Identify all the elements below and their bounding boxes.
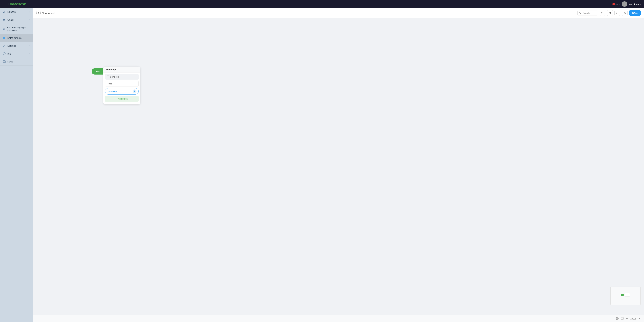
back-circle-icon (36, 10, 41, 15)
svg-line-21 (624, 12, 625, 13)
share-button[interactable] (622, 10, 628, 16)
svg-point-19 (625, 13, 626, 14)
start-node-label: Start (96, 70, 101, 73)
svg-rect-13 (3, 61, 5, 61)
save-button[interactable]: Save (629, 10, 641, 16)
avatar[interactable] (622, 1, 627, 7)
mini-map-card (625, 293, 630, 297)
mini-map-start-node (621, 294, 624, 296)
message-value[interactable]: Hello! (105, 81, 139, 86)
search-input[interactable] (583, 12, 596, 14)
mini-map (610, 287, 641, 305)
add-block-button[interactable]: + Add block (105, 96, 139, 102)
svg-rect-0 (3, 11, 4, 13)
svg-point-15 (580, 12, 581, 13)
svg-rect-5 (3, 28, 4, 28)
flag-icon (612, 3, 615, 5)
sidebar-label-settings: Settings (8, 44, 16, 47)
language-selector[interactable]: en ▾ (612, 3, 620, 5)
zoom-minus-button[interactable]: − (625, 317, 629, 321)
sales-icon (3, 36, 6, 39)
send-text-label: Send text (110, 75, 119, 78)
expand-button[interactable] (621, 317, 624, 321)
sidebar-label-news: News (8, 60, 13, 63)
bottom-bar: − 100% + (33, 315, 644, 322)
svg-rect-8 (3, 37, 6, 39)
sidebar-label-info: Info (8, 52, 11, 55)
sidebar-item-chats[interactable]: Chats › (0, 16, 33, 24)
sidebar-label-sales: Sales tunnels (8, 37, 22, 39)
svg-point-18 (625, 12, 626, 12)
svg-rect-6 (3, 28, 5, 29)
svg-point-20 (624, 12, 624, 13)
svg-rect-3 (3, 19, 6, 20)
svg-text:i: i (4, 53, 4, 55)
bulk-icon (3, 27, 6, 30)
transition-plus-icon: + (133, 89, 136, 93)
svg-point-9 (4, 45, 5, 46)
chevron-right-icon: › (30, 19, 30, 21)
user-name: Agent Name (629, 3, 641, 5)
sidebar-item-sales[interactable]: Sales tunnels (0, 34, 33, 42)
sidebar-item-bulk[interactable]: Bulk messaging & mass ops (0, 24, 33, 34)
tunnel-title: New tunnel (42, 11, 54, 14)
hamburger-menu[interactable]: ☰ (3, 2, 6, 6)
chevron-right-icon: › (30, 52, 30, 55)
header-right: en ▾ Agent Name (612, 1, 641, 7)
sidebar-label-bulk: Bulk messaging & mass ops (7, 26, 30, 31)
svg-rect-26 (616, 317, 618, 318)
back-button[interactable]: New tunnel (36, 10, 54, 15)
chats-icon (3, 18, 6, 21)
svg-rect-27 (618, 317, 619, 318)
step-card-body: Send text Hello! Transition + + Add bloc… (103, 73, 140, 103)
redo-button[interactable] (607, 10, 613, 16)
svg-rect-14 (3, 62, 4, 62)
settings-icon (3, 44, 6, 47)
settings-button[interactable] (614, 10, 620, 16)
chevron-right-icon: › (30, 11, 30, 13)
logo: Chat2Desk (8, 2, 26, 6)
zoom-controls: − 100% + (616, 317, 641, 321)
chevron-right-icon: › (30, 45, 30, 47)
step-card: Start step Send text Hello! Transition +… (103, 67, 140, 104)
send-text-icon (107, 75, 109, 78)
grid-button[interactable] (616, 317, 619, 321)
svg-rect-1 (4, 11, 4, 13)
toolbar: New tunnel Sa (33, 8, 644, 18)
search-icon (579, 12, 582, 14)
svg-line-16 (581, 13, 582, 14)
transition-button[interactable]: Transition + (105, 88, 139, 94)
search-box[interactable] (578, 10, 598, 15)
canvas-area[interactable]: Start Start step Send text Hello! Transi… (33, 18, 644, 315)
svg-rect-30 (621, 317, 623, 320)
step-card-header: Start step (103, 67, 140, 73)
sidebar-item-info[interactable]: i Info › (0, 50, 33, 58)
info-icon: i (3, 52, 6, 55)
transition-label: Transition (107, 90, 117, 93)
content-area: New tunnel Sa (33, 8, 644, 322)
news-icon (3, 60, 6, 63)
zoom-plus-button[interactable]: + (637, 317, 641, 321)
zoom-level: 100% (630, 318, 636, 320)
svg-point-17 (617, 12, 618, 13)
send-text-row: Send text (105, 74, 139, 80)
svg-rect-7 (3, 29, 4, 29)
sidebar-item-settings[interactable]: Settings › (0, 42, 33, 50)
sidebar-item-reports[interactable]: Reports › (0, 8, 33, 16)
header: ☰ Chat2Desk en ▾ Agent Name (0, 0, 644, 8)
svg-rect-24 (107, 76, 109, 77)
svg-line-22 (624, 13, 625, 13)
chevron-down-icon: ▾ (618, 3, 620, 5)
svg-rect-29 (618, 319, 619, 320)
sidebar-label-chats: Chats (8, 18, 14, 21)
sidebar-item-news[interactable]: News (0, 58, 33, 66)
svg-marker-4 (4, 20, 4, 21)
connector-svg (33, 18, 644, 315)
svg-rect-2 (5, 11, 5, 13)
reports-icon (3, 10, 6, 13)
undo-button[interactable] (600, 10, 605, 16)
sidebar-label-reports: Reports (8, 10, 16, 13)
main-layout: Reports › Chats › Bulk messaging & mass … (0, 8, 644, 322)
sidebar: Reports › Chats › Bulk messaging & mass … (0, 8, 33, 322)
svg-rect-28 (616, 319, 618, 320)
